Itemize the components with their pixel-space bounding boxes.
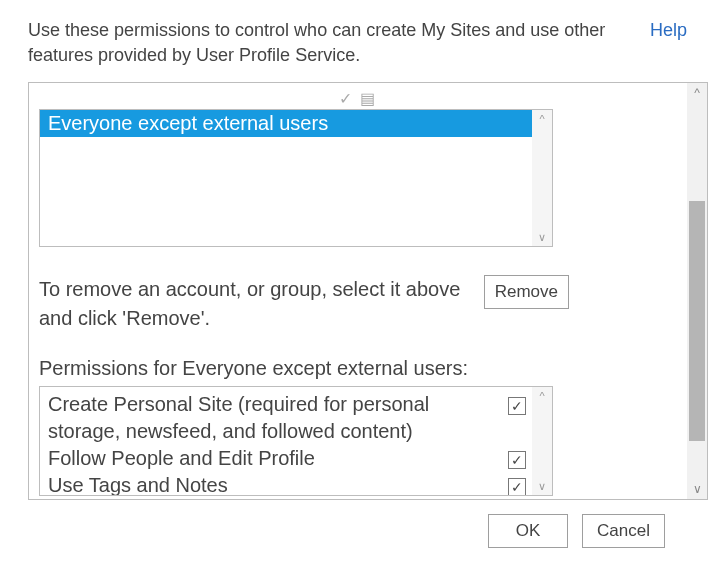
panel-scrollbar[interactable]: ^ ∨: [687, 83, 707, 499]
permission-checkbox[interactable]: ✓: [508, 478, 526, 495]
intro-text: Use these permissions to control who can…: [28, 18, 632, 68]
accounts-listbox[interactable]: Everyone except external users ^ ∨: [39, 109, 553, 247]
permission-label: Create Personal Site (required for perso…: [48, 391, 498, 445]
help-link[interactable]: Help: [650, 18, 687, 41]
ok-button[interactable]: OK: [488, 514, 568, 548]
permission-checkbox[interactable]: ✓: [508, 397, 526, 415]
permission-checkbox[interactable]: ✓: [508, 451, 526, 469]
scroll-track[interactable]: [687, 103, 707, 479]
remove-instructions: To remove an account, or group, select i…: [39, 275, 464, 333]
permissions-listbox[interactable]: Create Personal Site (required for perso…: [39, 386, 553, 496]
accounts-scrollbar[interactable]: ^ ∨: [532, 110, 552, 246]
scroll-down-icon[interactable]: ∨: [687, 479, 707, 499]
remove-button[interactable]: Remove: [484, 275, 569, 309]
toolbar-decoration: ✓ ▤: [39, 89, 677, 107]
permission-label: Follow People and Edit Profile: [48, 445, 498, 472]
scroll-down-icon[interactable]: ∨: [532, 228, 552, 246]
scroll-down-icon[interactable]: ∨: [532, 477, 552, 495]
permissions-heading: Permissions for Everyone except external…: [39, 357, 677, 380]
scroll-up-icon[interactable]: ^: [532, 110, 552, 128]
scroll-up-icon[interactable]: ^: [687, 83, 707, 103]
scroll-thumb[interactable]: [689, 201, 705, 441]
permissions-panel: ✓ ▤ Everyone except external users ^ ∨ T…: [28, 82, 708, 500]
permission-item: Use Tags and Notes ✓: [48, 472, 526, 495]
permission-label: Use Tags and Notes: [48, 472, 498, 495]
list-item[interactable]: Everyone except external users: [40, 110, 532, 137]
permission-item: Follow People and Edit Profile ✓: [48, 445, 526, 472]
scroll-up-icon[interactable]: ^: [532, 387, 552, 405]
permissions-scrollbar[interactable]: ^ ∨: [532, 387, 552, 495]
permission-item: Create Personal Site (required for perso…: [48, 391, 526, 445]
cancel-button[interactable]: Cancel: [582, 514, 665, 548]
